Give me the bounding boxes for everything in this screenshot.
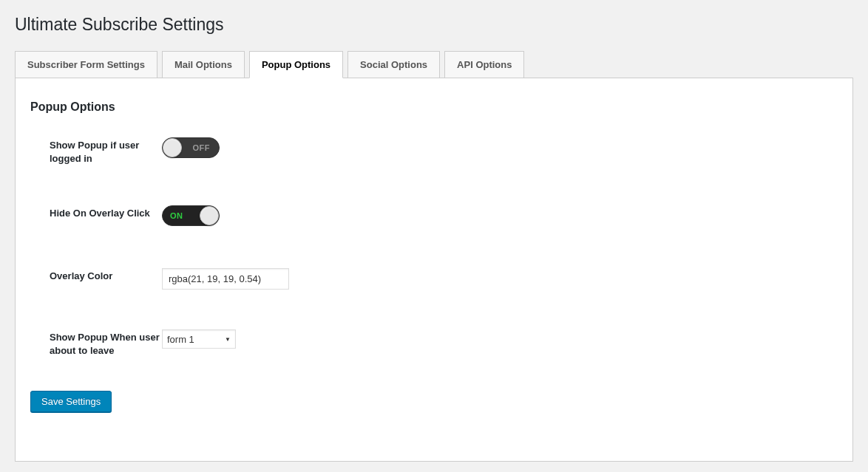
toggle-text-on: ON — [170, 211, 183, 220]
toggle-text-off: OFF — [193, 143, 211, 152]
row-overlay-color: Overlay Color — [30, 268, 838, 290]
toggle-show-popup-logged-in[interactable]: OFF — [162, 137, 220, 158]
tab-bar: Subscriber Form Settings Mail Options Po… — [15, 51, 853, 78]
tab-subscriber-form-settings[interactable]: Subscriber Form Settings — [15, 51, 157, 78]
save-settings-button[interactable]: Save Settings — [30, 391, 112, 412]
tab-mail-options[interactable]: Mail Options — [162, 51, 245, 78]
tab-api-options[interactable]: API Options — [444, 51, 524, 78]
page-title: Ultimate Subscribe Settings — [15, 7, 853, 51]
row-show-popup-on-leave: Show Popup When user about to leave form… — [30, 329, 838, 358]
tab-social-options[interactable]: Social Options — [347, 51, 440, 78]
label-show-popup-on-leave: Show Popup When user about to leave — [50, 329, 162, 358]
row-hide-on-overlay-click: Hide On Overlay Click ON — [30, 205, 838, 228]
toggle-knob-icon — [200, 206, 219, 225]
label-hide-on-overlay-click: Hide On Overlay Click — [50, 205, 162, 220]
row-show-popup-logged-in: Show Popup if user logged in OFF — [30, 137, 838, 165]
show-popup-on-leave-select[interactable]: form 1 — [162, 329, 236, 349]
label-show-popup-logged-in: Show Popup if user logged in — [50, 137, 162, 165]
overlay-color-input[interactable] — [162, 268, 289, 290]
toggle-hide-on-overlay-click[interactable]: ON — [162, 205, 220, 226]
settings-panel: Popup Options Show Popup if user logged … — [15, 78, 853, 462]
label-overlay-color: Overlay Color — [50, 268, 162, 283]
tab-popup-options[interactable]: Popup Options — [249, 51, 343, 78]
toggle-knob-icon — [163, 138, 182, 157]
section-title: Popup Options — [30, 100, 838, 114]
